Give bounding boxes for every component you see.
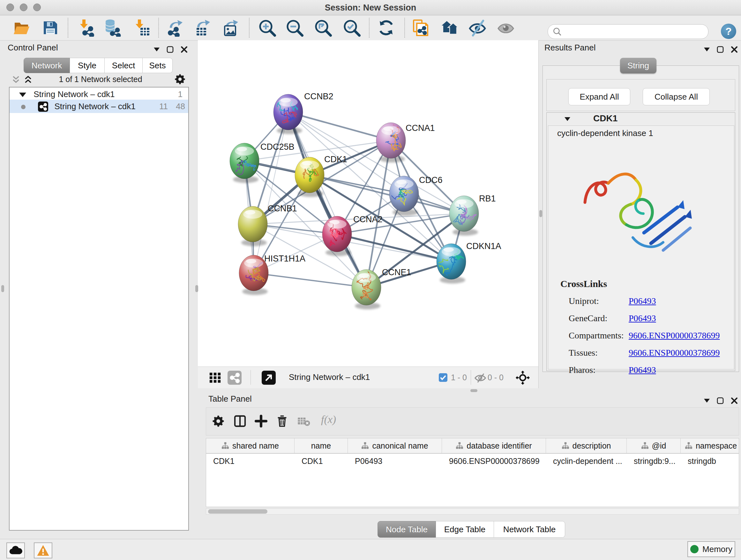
import-network-from-database-button[interactable] xyxy=(104,19,122,37)
search-box xyxy=(548,24,709,39)
network-options-gear-icon[interactable] xyxy=(174,73,186,85)
node-table[interactable]: shared namenamecanonical namedatabase id… xyxy=(206,438,739,507)
network-node-CDK1[interactable] xyxy=(295,157,324,193)
crosslink-genecard-link[interactable]: P06493 xyxy=(629,310,656,327)
column-header-database-identifier[interactable]: database identifier xyxy=(442,438,546,453)
network-node-CCNA2[interactable] xyxy=(322,216,352,252)
table-gear-icon[interactable] xyxy=(212,415,225,428)
panel-menu-icon[interactable] xyxy=(154,48,159,51)
column-header-name[interactable]: name xyxy=(294,438,348,453)
tree-expand-icon[interactable] xyxy=(19,92,26,97)
zoom-out-button[interactable] xyxy=(286,19,304,37)
crosslink-tissues-link[interactable]: 9606.ENSP00000378699 xyxy=(629,344,720,361)
splitter-handle[interactable] xyxy=(470,389,477,392)
collapse-all-networks-icon[interactable] xyxy=(11,75,20,84)
export-network-button[interactable] xyxy=(166,19,184,37)
splitter-handle[interactable] xyxy=(195,285,198,292)
network-collection-row[interactable]: String Network – cdk1 1 xyxy=(10,87,188,100)
crosslink-pharos-link[interactable]: P06493 xyxy=(629,361,656,379)
warnings-button[interactable] xyxy=(34,543,52,558)
selected-checkbox-icon[interactable] xyxy=(439,373,448,382)
export-network-icon xyxy=(166,19,184,37)
float-panel-icon[interactable] xyxy=(717,397,724,404)
search-input[interactable] xyxy=(564,26,703,37)
save-session-button[interactable] xyxy=(41,19,59,37)
column-header-canonical-name[interactable]: canonical name xyxy=(348,438,442,453)
export-image-button[interactable] xyxy=(221,19,239,37)
memory-label: Memory xyxy=(702,544,732,554)
network-node-CCNB2[interactable] xyxy=(273,94,303,130)
pan-crosshair-icon[interactable] xyxy=(516,371,530,385)
hide-selected-button[interactable] xyxy=(468,19,486,37)
network-node-CDKN1A[interactable] xyxy=(433,244,467,279)
float-panel-icon[interactable] xyxy=(717,46,724,53)
scrollbar-thumb[interactable] xyxy=(208,509,267,514)
zoom-selected-button[interactable] xyxy=(343,19,360,37)
expand-all-networks-icon[interactable] xyxy=(23,75,32,84)
collapse-all-button[interactable]: Collapse All xyxy=(643,88,710,105)
network-icon xyxy=(38,102,48,112)
tab-node-table[interactable]: Node Table xyxy=(378,521,436,538)
table-horizontal-scrollbar[interactable] xyxy=(206,508,739,515)
panel-menu-icon[interactable] xyxy=(704,48,710,51)
tab-select[interactable]: Select xyxy=(105,58,143,73)
network-node-RB1[interactable] xyxy=(449,196,479,232)
show-columns-icon[interactable] xyxy=(233,415,246,428)
column-header-shared-name[interactable]: shared name xyxy=(206,438,294,453)
close-panel-icon[interactable] xyxy=(731,46,738,53)
network-edge xyxy=(254,112,288,273)
show-all-button[interactable] xyxy=(497,19,515,37)
column-header-namespace[interactable]: namespace xyxy=(681,438,739,453)
panel-menu-icon[interactable] xyxy=(704,399,710,402)
crosslink-label: Pharos: xyxy=(569,365,596,375)
close-panel-icon[interactable] xyxy=(181,46,188,53)
tab-network-table[interactable]: Network Table xyxy=(494,521,565,538)
string-import-button[interactable] xyxy=(412,19,429,37)
table-row[interactable]: CDK1CDK1P064939606.ENSP00000378699cyclin… xyxy=(206,454,739,469)
node-label-CDKN1A: CDKN1A xyxy=(466,241,501,251)
crosslink-compartments-link[interactable]: 9606.ENSP00000378699 xyxy=(629,327,720,344)
splitter-handle[interactable] xyxy=(1,285,4,292)
layout-refresh-button[interactable] xyxy=(377,19,395,37)
protein-collapse-icon[interactable] xyxy=(564,117,570,121)
import-network-button[interactable] xyxy=(77,19,95,37)
network-node-CCNA1[interactable] xyxy=(376,123,406,159)
network-canvas[interactable]: CCNB2CCNA1CDC25BCDK1CDC6RB1CCNB1CCNA2CDK… xyxy=(198,40,539,367)
close-panel-icon[interactable] xyxy=(731,397,738,404)
add-column-icon[interactable] xyxy=(255,415,267,428)
column-header-description[interactable]: description xyxy=(546,438,627,453)
status-bar: Memory xyxy=(0,539,741,560)
splitter-handle[interactable] xyxy=(539,210,542,217)
memory-button[interactable]: Memory xyxy=(687,541,735,557)
cloud-button[interactable] xyxy=(6,543,25,558)
birdseye-grid-icon[interactable] xyxy=(208,371,222,384)
column-header--id[interactable]: @id xyxy=(627,438,681,453)
network-row[interactable]: String Network – cdk1 11 48 xyxy=(10,100,188,113)
toolbar-separator xyxy=(68,18,68,38)
network-node-CDC25B[interactable] xyxy=(230,143,259,179)
network-node-CCNE1[interactable] xyxy=(352,269,381,305)
tab-edge-table[interactable]: Edge Table xyxy=(436,521,494,538)
tab-style[interactable]: Style xyxy=(70,58,105,73)
open-session-button[interactable] xyxy=(13,19,30,37)
expand-all-button[interactable]: Expand All xyxy=(568,88,630,105)
crosslink-uniprot-link[interactable]: P06493 xyxy=(629,293,656,310)
float-panel-icon[interactable] xyxy=(166,46,174,53)
open-in-window-icon[interactable] xyxy=(262,371,276,385)
help-button[interactable]: ? xyxy=(721,23,736,39)
zoom-in-button[interactable] xyxy=(258,19,276,37)
tab-network[interactable]: Network xyxy=(23,58,70,73)
table-tabs: Node Table Edge Table Network Table xyxy=(378,521,565,538)
network-edge xyxy=(337,234,451,261)
export-table-button[interactable] xyxy=(193,19,211,37)
network-graph[interactable]: CCNB2CCNA1CDC25BCDK1CDC6RB1CCNB1CCNA2CDK… xyxy=(198,40,539,367)
delete-column-trash-icon[interactable] xyxy=(276,415,288,428)
network-status-dot xyxy=(21,105,25,109)
tab-sets[interactable]: Sets xyxy=(143,58,173,73)
network-node-CCNB1[interactable] xyxy=(238,206,267,242)
home-button[interactable] xyxy=(441,19,459,37)
zoom-fit-button[interactable] xyxy=(314,19,332,37)
network-share-icon[interactable] xyxy=(227,371,242,385)
tab-string[interactable]: String xyxy=(620,58,657,73)
import-table-button[interactable] xyxy=(133,19,151,37)
